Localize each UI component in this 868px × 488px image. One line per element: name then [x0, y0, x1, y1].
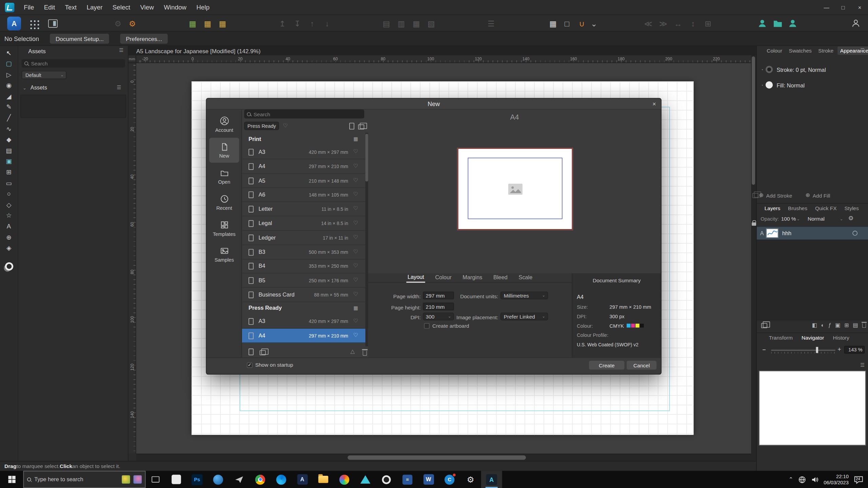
tab-colour[interactable]: Colour [764, 46, 785, 55]
panel-menu-icon[interactable]: ☰ [860, 47, 865, 53]
blend-mode-dropdown[interactable]: Normal [808, 216, 825, 222]
align-right-icon[interactable]: ▦ [410, 18, 422, 30]
delete-preset-icon[interactable] [362, 351, 367, 356]
pen-tool[interactable]: ✎ [4, 103, 14, 111]
assets-search-input[interactable] [31, 60, 122, 66]
favourite-icon[interactable]: ♡ [353, 332, 358, 338]
sidebar-item-samples[interactable]: Samples [209, 242, 239, 266]
favourite-icon[interactable]: ♡ [353, 148, 358, 155]
preset-list-item[interactable]: A6148 mm × 105 mm♡ [242, 188, 368, 202]
assets-menu-icon[interactable]: ☰ [119, 47, 123, 53]
preset-list-item[interactable]: A5210 mm × 148 mm♡ [242, 174, 368, 188]
single-page-view-icon[interactable] [349, 123, 354, 129]
favourite-icon[interactable]: ♡ [353, 234, 358, 240]
vector-brush-tool[interactable]: ∿ [4, 125, 14, 133]
node-tool[interactable]: ▷ [4, 70, 14, 79]
insert-front-icon[interactable]: ≫ [657, 18, 669, 30]
taskbar-app-affinity-photo[interactable]: A [292, 471, 313, 488]
move-backward-icon[interactable]: ↓ [321, 18, 333, 30]
menu-layer[interactable]: Layer [82, 0, 107, 14]
align-left-icon[interactable]: ▤ [380, 18, 393, 30]
tab-history[interactable]: History [833, 334, 849, 341]
sidebar-item-templates[interactable]: Templates [209, 216, 239, 241]
preset-filter-dropdown[interactable]: Press Ready ⌄ [244, 122, 279, 130]
stroke-swatch-icon[interactable] [766, 66, 773, 73]
favourite-icon[interactable]: ♡ [353, 277, 358, 283]
mask-icon[interactable]: ◧ [812, 322, 817, 328]
layer-settings-gear-icon[interactable]: ⚙ [848, 215, 853, 222]
snapping-magnet-icon[interactable]: ∪ [576, 18, 588, 30]
start-button[interactable] [0, 471, 23, 488]
duplicate-preset-icon[interactable] [260, 350, 266, 355]
favourite-icon[interactable]: ♡ [353, 163, 358, 169]
menu-view[interactable]: View [135, 0, 159, 14]
distribute-v-icon[interactable]: ↕ [687, 18, 699, 30]
v-scrollbar-thumb[interactable] [752, 57, 755, 185]
add-fill-icon[interactable]: ⊕ [806, 192, 810, 198]
show-on-startup-row[interactable]: ✓ Show on startup [247, 362, 293, 368]
group-icon[interactable]: ▤ [853, 322, 858, 328]
close-button[interactable]: × [851, 0, 868, 14]
tab-swatches[interactable]: Swatches [786, 46, 814, 55]
taskbar-app-blue-tile[interactable]: ≡ [397, 471, 418, 488]
preset-list-item[interactable]: A4297 mm × 210 mm♡ [242, 328, 368, 343]
favourite-icon[interactable]: ♡ [353, 263, 358, 269]
favourite-icon[interactable]: ♡ [353, 318, 358, 324]
menu-file[interactable]: File [19, 0, 39, 14]
preset-search[interactable] [244, 109, 364, 118]
align-center-icon[interactable]: ▥ [395, 18, 408, 30]
dialog-titlebar[interactable]: New [206, 99, 661, 110]
tab-colour[interactable]: Colour [434, 273, 453, 282]
taskbar-app-chrome[interactable] [250, 471, 271, 488]
tab-layout[interactable]: Layout [407, 273, 426, 283]
preset-scrollbar-thumb[interactable] [366, 134, 368, 181]
taskbar-app-shield[interactable] [355, 471, 376, 488]
preset-list-item[interactable]: Ledger17 in × 11 in♡ [242, 230, 368, 245]
tab-margins[interactable]: Margins [461, 273, 484, 282]
insert-behind-icon[interactable]: ≪ [642, 18, 654, 30]
tray-chevron-up-icon[interactable]: ⌃ [789, 476, 793, 483]
create-button[interactable]: Create [589, 361, 624, 369]
point-transform-tool[interactable]: ◉ [4, 81, 14, 89]
crop-tool[interactable]: ⊞ [4, 168, 14, 176]
menu-text[interactable]: Text [60, 0, 82, 14]
action-center-button[interactable]: 24 [854, 475, 865, 484]
preset-list-scrollbar[interactable] [366, 133, 368, 346]
gradient-tool[interactable]: ▤ [4, 146, 14, 155]
colour-picker-tool[interactable]: ⊕ [4, 233, 14, 241]
network-icon[interactable] [798, 475, 806, 483]
grid-view-icon[interactable]: ▦ [353, 136, 358, 142]
menu-help[interactable]: Help [192, 0, 215, 14]
polygon-tool[interactable]: ◇ [4, 201, 14, 209]
layer-thumbnail[interactable] [766, 228, 778, 238]
document-units-dropdown[interactable]: Millimetres ⌄ [500, 291, 548, 299]
taskbar-app-c-circle[interactable]: C [439, 471, 460, 488]
preset-list-item[interactable]: B4353 mm × 250 mm♡ [242, 259, 368, 273]
preset-list-item[interactable]: Legal14 in × 8.5 in♡ [242, 216, 368, 230]
taskbar-app-notes[interactable] [165, 471, 186, 488]
pages-icon[interactable] [761, 323, 767, 328]
favourite-icon[interactable]: ♡ [353, 191, 358, 197]
persona-gear-icon[interactable]: ⚙ [126, 18, 138, 30]
add-stroke-button[interactable]: Add Stroke [766, 192, 792, 199]
marquee-tool[interactable]: ▢ [4, 60, 14, 68]
document-tab-title[interactable]: A5 Landscape for Japanese [Modified] (14… [129, 47, 261, 54]
show-on-startup-checkbox[interactable]: ✓ [247, 362, 252, 368]
preset-list-item[interactable]: A3420 mm × 297 mm♡ [242, 145, 368, 159]
ellipse-tool[interactable]: ○ [4, 190, 14, 198]
favourite-icon[interactable]: ♡ [353, 177, 358, 183]
sidebar-item-recent[interactable]: Recent [209, 190, 239, 215]
add-fill-button[interactable]: Add Fill [813, 192, 830, 199]
navigator-preview[interactable] [759, 371, 866, 445]
zoom-value[interactable]: 143 % [844, 346, 865, 353]
facing-pages-view-icon[interactable] [358, 124, 364, 129]
taskbar-app-word[interactable]: W [418, 471, 439, 488]
fill-swatch-icon[interactable] [766, 81, 773, 88]
preset-list-item[interactable]: B3500 mm × 353 mm♡ [242, 245, 368, 259]
tab-bleed[interactable]: Bleed [492, 273, 509, 282]
taskbar-clock[interactable]: 22:10 06/03/2023 [824, 473, 849, 485]
taskbar-search[interactable] [23, 471, 146, 488]
create-artboard-checkbox[interactable] [424, 323, 430, 328]
snap-grid-arrow-icon[interactable]: ▦ [216, 18, 229, 30]
image-placement-dropdown[interactable]: Prefer Linked ⌄ [500, 312, 548, 320]
